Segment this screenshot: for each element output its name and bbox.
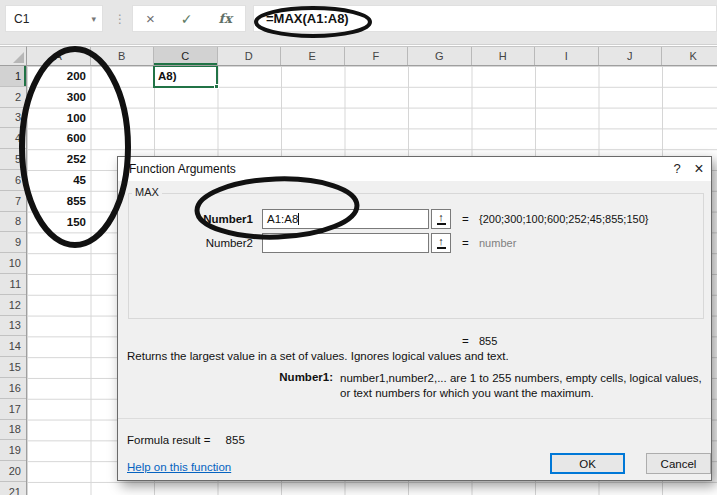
formula-bar-buttons: × ✓ fx (132, 5, 246, 32)
row-header-17[interactable]: 17 (0, 399, 26, 420)
enter-entry-icon[interactable]: ✓ (181, 11, 193, 27)
dialog-titlebar[interactable]: Function Arguments (118, 157, 711, 181)
formula-input[interactable]: =MAX(A1:A8) (253, 5, 717, 32)
row-header-12[interactable]: 12 (0, 295, 26, 316)
column-headers: ABCDEFGHIJK (27, 46, 717, 66)
dialog-help-icon[interactable]: ? (667, 157, 687, 181)
row-header-5[interactable]: 5 (0, 149, 26, 170)
result-equals: = (462, 331, 469, 351)
name-box-value: C1 (14, 12, 29, 26)
select-all-triangle-icon (13, 52, 24, 63)
number2-range-select-button[interactable]: ↑ (431, 233, 451, 253)
text-caret (298, 213, 299, 225)
row-header-18[interactable]: 18 (0, 420, 26, 441)
cell-A1[interactable]: 200 (27, 66, 86, 87)
separator-dots-icon: ⋮ (113, 5, 127, 32)
column-header-d[interactable]: D (218, 47, 282, 65)
intermediate-result-line: = 855 (118, 331, 711, 345)
active-cell-text: A8) (158, 70, 177, 82)
row-header-16[interactable]: 16 (0, 378, 26, 399)
argument-help-text: number1,number2,... are 1 to 255 numbers… (340, 371, 714, 401)
dialog-divider (118, 418, 711, 419)
cell-A4[interactable]: 600 (27, 128, 86, 149)
result-value: 855 (479, 331, 497, 351)
range-select-bar-icon (437, 223, 446, 225)
column-header-b[interactable]: B (91, 47, 155, 65)
range-select-bar-icon (437, 247, 446, 249)
column-header-g[interactable]: G (408, 47, 472, 65)
cancel-entry-icon[interactable]: × (146, 10, 155, 27)
cell-A5[interactable]: 252 (27, 149, 86, 170)
column-header-j[interactable]: J (599, 47, 663, 65)
formula-text: =MAX(A1:A8) (266, 11, 349, 26)
number1-result: {200;300;100;600;252;45;855;150} (479, 209, 648, 229)
formula-result-label: Formula result = (127, 434, 210, 446)
function-arguments-dialog: Function Arguments ? × MAX Number1 A1:A8… (117, 156, 712, 481)
row-header-14[interactable]: 14 (0, 336, 26, 357)
row-header-20[interactable]: 20 (0, 461, 26, 482)
name-box-dropdown-icon[interactable]: ▾ (91, 14, 96, 24)
number1-input[interactable]: A1:A8 (262, 209, 429, 229)
fill-handle[interactable] (214, 84, 219, 89)
number2-input[interactable] (262, 233, 429, 253)
row-header-4[interactable]: 4 (0, 128, 26, 149)
help-on-function-link[interactable]: Help on this function (127, 461, 231, 473)
row-header-13[interactable]: 13 (0, 316, 26, 337)
number2-result-placeholder: number (479, 233, 516, 253)
row-headers: 123456789101112131415161718192021 (0, 66, 27, 495)
cell-A3[interactable]: 100 (27, 108, 86, 129)
number1-equals: = (462, 209, 469, 229)
number1-field-row: Number1 A1:A8 ↑ = {200;300;100;600;252;4… (118, 209, 711, 229)
formula-result-line: Formula result = 855 (127, 434, 245, 446)
column-header-h[interactable]: H (472, 47, 536, 65)
cell-A6[interactable]: 45 (27, 170, 86, 191)
cancel-button[interactable]: Cancel (646, 453, 711, 474)
formula-bar-chrome: C1 ▾ ⋮ × ✓ fx =MAX(A1:A8) (0, 0, 717, 45)
ok-button[interactable]: OK (550, 453, 625, 474)
column-header-c[interactable]: C (154, 47, 218, 65)
function-description: Returns the largest value in a set of va… (127, 350, 707, 362)
active-cell-C1[interactable]: A8) (153, 66, 218, 88)
column-header-f[interactable]: F (345, 47, 409, 65)
column-header-e[interactable]: E (281, 47, 345, 65)
row-header-8[interactable]: 8 (0, 212, 26, 233)
column-header-k[interactable]: K (662, 47, 717, 65)
range-select-arrow-icon: ↑ (438, 213, 444, 222)
cell-A2[interactable]: 300 (27, 87, 86, 108)
row-header-15[interactable]: 15 (0, 357, 26, 378)
number2-label: Number2 (188, 233, 253, 253)
number2-field-row: Number2 ↑ = number (118, 233, 711, 253)
number2-equals: = (462, 233, 469, 253)
row-header-19[interactable]: 19 (0, 440, 26, 461)
row-header-10[interactable]: 10 (0, 253, 26, 274)
cell-A8[interactable]: 150 (27, 212, 86, 233)
column-header-i[interactable]: I (535, 47, 599, 65)
name-box[interactable]: C1 ▾ (5, 5, 103, 32)
function-name-label: MAX (132, 186, 162, 198)
row-header-2[interactable]: 2 (0, 87, 26, 108)
select-all-corner[interactable] (0, 46, 27, 66)
row-header-9[interactable]: 9 (0, 232, 26, 253)
dialog-title: Function Arguments (129, 162, 236, 176)
formula-result-value: 855 (226, 434, 245, 446)
row-header-6[interactable]: 6 (0, 170, 26, 191)
row-header-11[interactable]: 11 (0, 274, 26, 295)
range-select-arrow-icon: ↑ (438, 237, 444, 246)
row-header-21[interactable]: 21 (0, 482, 26, 495)
row-header-7[interactable]: 7 (0, 191, 26, 212)
dialog-close-icon[interactable]: × (688, 157, 710, 181)
row-header-3[interactable]: 3 (0, 108, 26, 129)
cell-A7[interactable]: 855 (27, 191, 86, 212)
insert-function-icon[interactable]: fx (219, 11, 232, 26)
argument-help-label: Number1: (258, 371, 333, 383)
number1-range-select-button[interactable]: ↑ (431, 209, 451, 229)
number1-label: Number1 (188, 209, 253, 229)
column-header-a[interactable]: A (27, 47, 91, 65)
row-header-1[interactable]: 1 (0, 66, 26, 87)
